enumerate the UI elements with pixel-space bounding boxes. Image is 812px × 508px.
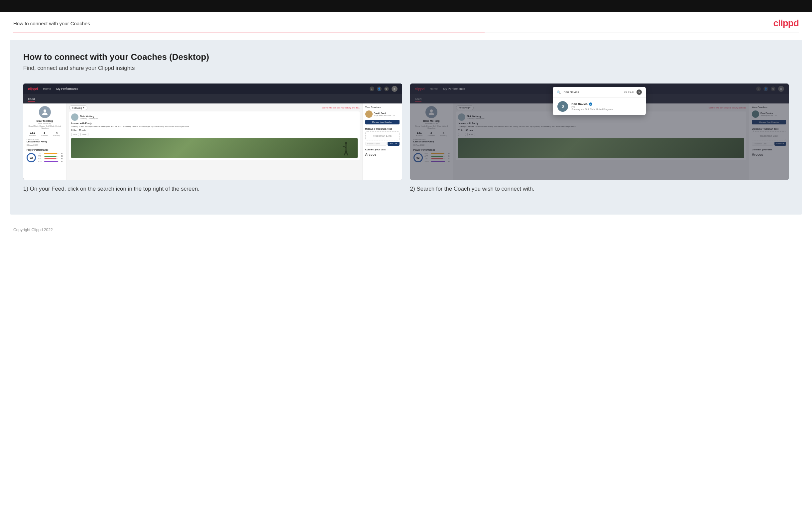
nav-my-performance: My Performance [56, 87, 78, 90]
svg-point-6 [430, 110, 433, 112]
result-role: Pro [571, 106, 641, 108]
quality-score: 92 [27, 153, 36, 162]
header: How to connect with your Coaches clippd [0, 12, 812, 33]
activity-card: Blair McHarg Yesterday · Sunningdale Les… [69, 112, 360, 160]
caption-2: 2) Search for the Coach you wish to conn… [410, 185, 789, 193]
manage-coaches-btn[interactable]: Manage Your Coaches [365, 120, 399, 124]
add-link-btn[interactable]: Add Link [388, 142, 399, 146]
activity-avatar [71, 114, 79, 121]
ss-right: Your Coaches David Ford Royal North Devo… [362, 103, 402, 180]
caption-1: 1) On your Feed, click on the search ico… [23, 185, 402, 193]
app-nav-1: clippd Home My Performance ⌕ 👤 ⚙ B [23, 84, 402, 94]
latest-activity-date: 03 Aug 2022 [27, 144, 63, 146]
result-name: Dan Davies ✓ [571, 102, 641, 106]
activity-text: Looking to feel like my hands are exitin… [71, 125, 357, 128]
search-icon[interactable]: ⌕ [370, 86, 374, 91]
trackman-placeholder: Trackman Link [365, 131, 399, 140]
profile-handicap: Plus Handicap [27, 122, 63, 124]
page-title: How to connect with your Coaches [13, 20, 90, 26]
ss-center: Following ▾ Control who can see your act… [66, 103, 362, 180]
stat-activities: 131 Activities [29, 131, 36, 136]
nav-icons: ⌕ 👤 ⚙ B [370, 86, 397, 92]
activity-title: Lesson with Fordy [71, 122, 357, 124]
footer: Copyright Clippd 2022 [0, 221, 812, 238]
screenshot-inner: Blair McHarg Plus Handicap Royal North D… [23, 103, 402, 180]
duration: 01 hr : 30 min [71, 129, 357, 131]
close-button[interactable]: ✕ [636, 89, 642, 95]
activity-photo [71, 138, 357, 158]
ss-left: Blair McHarg Plus Handicap Royal North D… [23, 103, 66, 180]
feed-tab-bar: Feed [23, 94, 402, 103]
activity-tags: OTT APP [71, 133, 357, 136]
search-icon-overlay: 🔍 [557, 90, 561, 94]
feed-tab[interactable]: Feed [28, 97, 35, 102]
search-input-display[interactable]: Dan Davies [563, 90, 621, 94]
coaches-title: Your Coaches [365, 106, 399, 109]
coach-item: David Ford Royal North Devon Golf Club [365, 111, 399, 118]
stats-row: 131 Activities 3 Followers 4 Following [27, 131, 63, 136]
svg-line-5 [346, 151, 348, 155]
latest-activity-val: Lesson with Fordy [27, 140, 63, 143]
bar-ott: OTT 90 [38, 153, 63, 154]
player-performance: Player Performance 92 OTT 90 [27, 149, 63, 163]
profile-club: Royal North Devon Golf Club, United King… [27, 125, 63, 129]
main-subheading: Find, connect and share your Clippd insi… [23, 65, 789, 72]
activity-meta: Blair McHarg Yesterday · Sunningdale [80, 115, 357, 119]
search-result[interactable]: D Dan Davies ✓ Pro Sunningdale Golf Club… [553, 98, 646, 115]
logo: clippd [773, 18, 799, 29]
stat-following: 4 Following [53, 131, 60, 136]
nav-avatar[interactable]: B [391, 86, 397, 92]
bar-app: APP 85 [38, 155, 63, 157]
connect-section: Connect your data Arccos [365, 149, 399, 156]
upload-section: Upload a Trackman Test Trackman Link Tra… [365, 128, 399, 146]
main-heading: How to connect with your Coaches (Deskto… [23, 52, 789, 62]
perf-quality-row: 92 OTT 90 APP [27, 153, 63, 163]
settings-icon[interactable]: ⚙ [384, 86, 389, 91]
trackman-input[interactable]: Trackman Link [365, 142, 387, 146]
app-logo-sm: clippd [28, 87, 38, 91]
stat-followers: 3 Followers [41, 131, 48, 136]
result-club: Sunningdale Golf Club, United Kingdom [571, 108, 641, 111]
copyright: Copyright Clippd 2022 [13, 227, 53, 232]
nav-avatar-dim: B [778, 86, 784, 92]
tag-ott: OTT [71, 133, 79, 136]
bars-col: OTT 90 APP 85 [38, 153, 63, 163]
header-divider [13, 33, 799, 33]
following-row: Following ▾ Control who can see your act… [69, 105, 360, 110]
search-bar: 🔍 Dan Davies CLEAR ✕ [553, 87, 646, 98]
bar-putt: PUTT 96 [38, 160, 63, 162]
profile-name: Blair McHarg [27, 119, 63, 122]
search-overlay: 🔍 Dan Davies CLEAR ✕ D Dan Davies ✓ Pro [553, 87, 646, 115]
profile-avatar [39, 106, 51, 118]
verified-badge: ✓ [589, 102, 592, 106]
panel-2: clippd Home My Performance ⌕ 👤 ⚙ B Feed [410, 84, 789, 193]
result-avatar: D [558, 101, 568, 112]
following-button[interactable]: Following ▾ [69, 105, 87, 110]
svg-point-0 [44, 110, 46, 112]
bar-arg: ARG 86 [38, 158, 63, 160]
result-info: Dan Davies ✓ Pro Sunningdale Golf Club, … [571, 102, 641, 111]
arccos-brand: Arccos [365, 153, 399, 156]
main-content: How to connect with your Coaches (Deskto… [10, 40, 802, 215]
panel-1: clippd Home My Performance ⌕ 👤 ⚙ B Feed [23, 84, 402, 193]
screenshot-2: clippd Home My Performance ⌕ 👤 ⚙ B Feed [410, 84, 789, 180]
nav-home: Home [43, 87, 51, 90]
settings-icon-dim: ⚙ [771, 86, 775, 91]
user-icon-dim: 👤 [763, 86, 768, 91]
tag-app: APP [81, 133, 88, 136]
screenshot-1: clippd Home My Performance ⌕ 👤 ⚙ B Feed [23, 84, 402, 180]
user-icon[interactable]: 👤 [377, 86, 382, 91]
coach-avatar [365, 111, 373, 118]
clear-button[interactable]: CLEAR [624, 91, 634, 94]
activity-header: Blair McHarg Yesterday · Sunningdale [71, 114, 357, 121]
top-bar [0, 0, 812, 12]
search-icon-dim: ⌕ [756, 86, 761, 91]
svg-point-1 [345, 142, 347, 144]
trackman-input-row: Trackman Link Add Link [365, 142, 399, 146]
coach-info: David Ford Royal North Devon Golf Club [374, 112, 395, 117]
control-link[interactable]: Control who can see your activity and da… [322, 107, 359, 109]
panels-row: clippd Home My Performance ⌕ 👤 ⚙ B Feed [23, 84, 789, 193]
